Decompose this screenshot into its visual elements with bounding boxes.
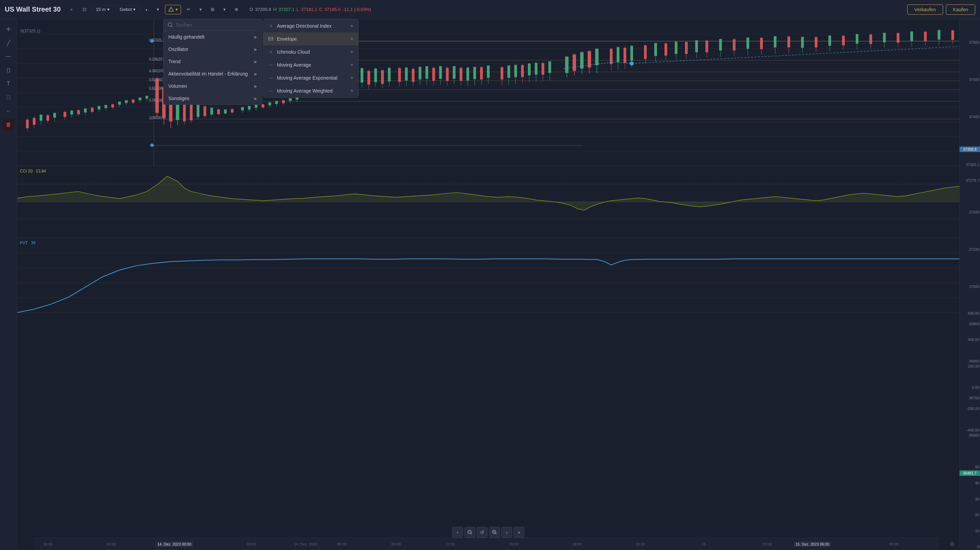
- add-indicator-button[interactable]: ＋: [66, 5, 77, 14]
- cci-400: 400.00: [968, 338, 979, 342]
- indicator-categories-menu: Häufig gehandelt ▶ Oszillator ▶ Trend ▶ …: [163, 19, 262, 105]
- time-1800b: 18:00: [572, 542, 582, 546]
- zoom-in-button[interactable]: [489, 527, 500, 538]
- layers-tool[interactable]: ⊞: [208, 5, 218, 14]
- svg-rect-178: [685, 42, 688, 54]
- indicator-adi[interactable]: ≡ Average Directional Index +: [263, 19, 358, 32]
- add-adi-button[interactable]: +: [350, 23, 353, 29]
- layers-expand[interactable]: ▾: [220, 5, 229, 14]
- svg-rect-104: [381, 70, 384, 84]
- svg-rect-52: [197, 103, 199, 117]
- pvt-30: 30: [975, 497, 979, 501]
- price-36700: 36700: [969, 396, 979, 400]
- nav-end-button[interactable]: »: [514, 527, 525, 538]
- add-mae-button[interactable]: +: [350, 75, 353, 81]
- crosshair-side-btn[interactable]: ✛: [3, 23, 14, 35]
- category-sonstiges[interactable]: Sonstiges ▶: [164, 92, 262, 105]
- time-0300b: 03:00: [762, 542, 772, 546]
- open-label: O: [250, 7, 253, 12]
- svg-rect-162: [610, 49, 612, 64]
- settings-corner-button[interactable]: ⚙: [947, 539, 957, 548]
- svg-rect-114: [418, 67, 422, 80]
- indicator-ma[interactable]: — Moving Average +: [263, 58, 358, 72]
- time-14dez: 14. Dez. 2023: [294, 542, 318, 546]
- instrument-name: US Wall Street 30: [5, 5, 61, 13]
- indicator-search-input[interactable]: [176, 22, 258, 28]
- timeframe-selector[interactable]: 15 m ▾: [92, 5, 113, 14]
- svg-rect-206: [869, 35, 872, 44]
- high-value: 37207.1: [278, 7, 295, 12]
- delete-btn[interactable]: 🗑: [3, 119, 14, 131]
- pvt-chart: [17, 238, 959, 312]
- pvt-50: 50: [975, 465, 979, 469]
- indicator-envelope[interactable]: Envelope +: [263, 32, 358, 45]
- close-label: C: [319, 7, 322, 12]
- text-btn[interactable]: T: [3, 78, 14, 89]
- nav-prev-button[interactable]: ‹: [452, 527, 463, 538]
- current-price-tag: 37358.9: [959, 147, 980, 152]
- chart-type-button[interactable]: ⬧: [142, 5, 151, 14]
- reset-zoom-button[interactable]: ↺: [477, 527, 488, 538]
- svg-rect-4: [26, 120, 29, 128]
- svg-rect-62: [231, 109, 234, 112]
- add-maw-button[interactable]: +: [350, 88, 353, 94]
- time-0630: 06:30: [337, 542, 347, 546]
- cci-panel: CCI 20 13.84: [17, 166, 959, 238]
- svg-rect-28: [111, 104, 114, 107]
- indicator-ichimoku[interactable]: ≡ Ichimoku Cloud +: [263, 45, 358, 58]
- zoom-out-button[interactable]: [465, 527, 475, 538]
- svg-rect-60: [224, 109, 227, 113]
- svg-rect-180: [695, 40, 698, 52]
- arrow-icon: ▶: [255, 48, 257, 51]
- nav-next-button[interactable]: ›: [501, 527, 512, 538]
- trend-line-btn[interactable]: ╱: [3, 37, 14, 48]
- price-mode-selector[interactable]: Gebot ▾: [116, 5, 139, 14]
- svg-rect-106: [388, 68, 391, 82]
- sell-button[interactable]: Verkaufen: [907, 5, 943, 15]
- pencil-tool[interactable]: ✏: [184, 5, 194, 14]
- shape-btn[interactable]: □: [3, 92, 14, 103]
- svg-rect-120: [439, 66, 442, 79]
- time-axis: 18:00 20:30 14. Dez. 2023 00:00 03:00 14…: [34, 538, 939, 550]
- svg-rect-154: [573, 55, 576, 71]
- indicator-mae[interactable]: — Moving Average Exponential +: [263, 72, 358, 84]
- category-oszillator[interactable]: Oszillator ▶: [164, 43, 262, 55]
- svg-rect-164: [617, 47, 619, 62]
- svg-rect-214: [924, 32, 927, 41]
- chart-expand-button[interactable]: ▾: [154, 5, 162, 14]
- category-volumen[interactable]: Volumen ▶: [164, 80, 262, 92]
- category-aktienvolatilitaet[interactable]: Aktienvolatilität im Handel - Erklärung …: [164, 68, 262, 80]
- measure-btn[interactable]: ↔: [3, 105, 14, 117]
- add-ma-button[interactable]: +: [350, 62, 353, 68]
- ichimoku-icon: ≡: [268, 49, 274, 54]
- time-1200: 12:00: [445, 542, 455, 546]
- horizontal-line-btn[interactable]: —: [3, 51, 14, 62]
- price-37100: 37100: [969, 247, 979, 252]
- svg-rect-168: [630, 46, 633, 61]
- svg-rect-172: [654, 43, 657, 56]
- indicator-maw[interactable]: — Moving Average Weighted +: [263, 84, 358, 97]
- svg-rect-190: [760, 38, 763, 49]
- svg-rect-216: [938, 30, 940, 40]
- crosshair-tool[interactable]: ⊕: [232, 5, 242, 14]
- svg-marker-0: [169, 7, 173, 11]
- add-ichimoku-button[interactable]: +: [350, 49, 353, 55]
- svg-rect-32: [125, 100, 128, 103]
- svg-rect-10: [46, 115, 49, 121]
- add-envelope-button[interactable]: +: [350, 36, 353, 42]
- svg-rect-118: [432, 68, 435, 81]
- screenshot-button[interactable]: ⊡: [80, 5, 89, 14]
- pencil-expand[interactable]: ▾: [196, 5, 205, 14]
- buy-button[interactable]: Kaufen: [946, 5, 975, 15]
- svg-rect-148: [542, 63, 544, 75]
- svg-rect-196: [801, 37, 804, 48]
- mae-icon: —: [268, 75, 274, 80]
- category-haeufig[interactable]: Häufig gehandelt ▶: [164, 31, 262, 43]
- arrow-icon: ▶: [255, 60, 257, 64]
- drawing-tool-active[interactable]: ▾: [165, 5, 181, 14]
- fib-btn[interactable]: ⟨⟩: [3, 64, 14, 76]
- pvt-40: 40: [975, 481, 979, 485]
- high-label: H: [273, 7, 276, 12]
- category-trend[interactable]: Trend ▶: [164, 55, 262, 68]
- svg-rect-186: [733, 39, 735, 51]
